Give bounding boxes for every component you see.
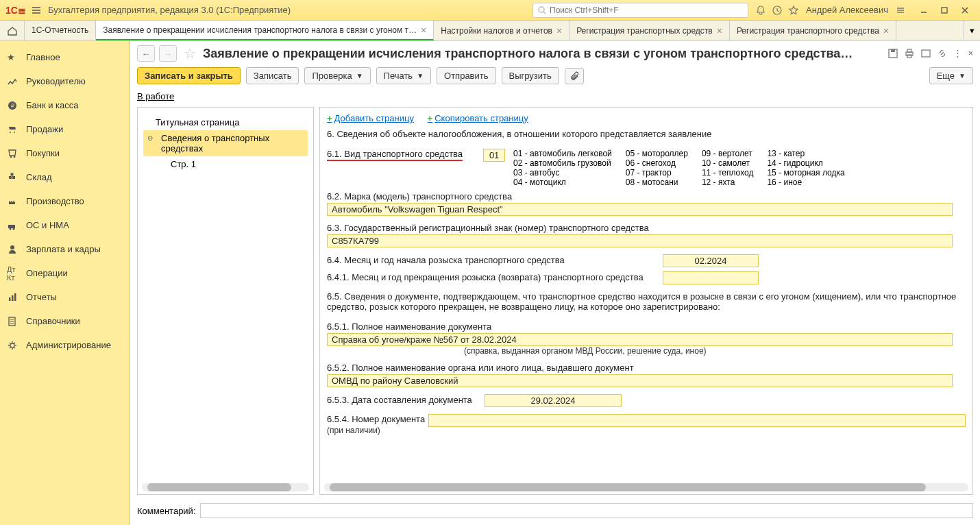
- maximize-button[interactable]: [935, 3, 954, 18]
- home-tab[interactable]: [0, 21, 25, 40]
- doc-name-input[interactable]: [327, 333, 953, 346]
- kebab-icon[interactable]: ⋮: [953, 48, 962, 60]
- close-doc-icon[interactable]: ×: [968, 48, 973, 60]
- search-end-input[interactable]: [663, 271, 759, 284]
- nav-warehouse[interactable]: Склад: [0, 165, 130, 189]
- tab-vehicles-reg-list[interactable]: Регистрация транспортных средств×: [569, 21, 730, 40]
- attach-button[interactable]: [565, 68, 584, 84]
- print-icon[interactable]: [904, 48, 915, 60]
- sec62-label: 6.2. Марка (модель) транспортного средст…: [327, 191, 966, 202]
- nav-production[interactable]: Производство: [0, 189, 130, 213]
- nav-purchases[interactable]: Покупки: [0, 141, 130, 165]
- star-icon[interactable]: [785, 2, 802, 19]
- svg-point-5: [10, 156, 12, 158]
- user-name[interactable]: Андрей Алексеевич: [806, 5, 888, 15]
- svg-point-6: [14, 156, 16, 158]
- nav-sales[interactable]: Продажи: [0, 117, 130, 141]
- svg-text:₽: ₽: [11, 103, 14, 109]
- send-button[interactable]: Отправить: [437, 67, 495, 84]
- tree-scrollbar[interactable]: [142, 483, 309, 491]
- tabs-more-icon[interactable]: ▾: [964, 21, 980, 40]
- nav-assets[interactable]: ОС и НМА: [0, 213, 130, 237]
- nav-main[interactable]: ★Главное: [0, 45, 130, 69]
- close-button[interactable]: [955, 3, 975, 18]
- svg-rect-15: [12, 295, 14, 301]
- nav-payroll[interactable]: Зарплата и кадры: [0, 237, 130, 261]
- sec651-hint: (справка, выданная органом МВД России, р…: [464, 346, 966, 356]
- search-input[interactable]: [550, 5, 744, 15]
- sec654-sub: (при наличии): [327, 426, 428, 435]
- save-icon[interactable]: [887, 48, 898, 60]
- nav-bank[interactable]: ₽Банк и касса: [0, 93, 130, 117]
- issuer-input[interactable]: [327, 374, 953, 387]
- vehicle-type-code-input[interactable]: [483, 149, 505, 162]
- svg-point-12: [13, 228, 15, 230]
- vehicle-type-legend: 01 - автомобиль легковой05 - мотороллер0…: [513, 149, 845, 187]
- tree-title-page[interactable]: Титульная страница: [143, 114, 308, 130]
- save-and-close-button[interactable]: Записать и закрыть: [137, 67, 241, 84]
- nav-back-button[interactable]: ←: [137, 45, 155, 62]
- export-button[interactable]: Выгрузить: [502, 67, 559, 84]
- save-button[interactable]: Записать: [246, 67, 299, 84]
- svg-rect-23: [907, 55, 911, 58]
- search-start-input[interactable]: [663, 254, 759, 267]
- tree-collapse-icon[interactable]: ⊖: [147, 134, 153, 142]
- favorite-icon[interactable]: ☆: [184, 45, 196, 62]
- hamburger-icon[interactable]: [32, 5, 41, 16]
- nav-reports[interactable]: Отчеты: [0, 285, 130, 309]
- svg-point-11: [10, 228, 12, 230]
- svg-rect-2: [942, 8, 947, 13]
- settings-icon[interactable]: [892, 2, 909, 19]
- history-icon[interactable]: [769, 2, 785, 19]
- svg-rect-20: [891, 49, 895, 52]
- nav-forward-button[interactable]: →: [159, 45, 177, 62]
- tab-application-active[interactable]: Заявление о прекращении исчисления транс…: [96, 21, 434, 40]
- plate-input[interactable]: [327, 234, 953, 247]
- titlebar: 1C≣ Бухгалтерия предприятия, редакция 3.…: [0, 0, 980, 21]
- sec63-label: 6.3. Государственный регистрационный зна…: [327, 223, 966, 233]
- add-page-link[interactable]: +Добавить страницу: [327, 113, 414, 123]
- doc-date-input[interactable]: [485, 394, 622, 407]
- sec651-label: 6.5.1. Полное наименование документа: [327, 321, 966, 332]
- link-icon[interactable]: [937, 48, 948, 60]
- svg-point-18: [10, 343, 14, 347]
- sec653-label: 6.5.3. Дата составления документа: [327, 395, 485, 405]
- tree-page-1[interactable]: Стр. 1: [143, 156, 308, 172]
- close-icon[interactable]: ×: [556, 25, 562, 36]
- nav-admin[interactable]: Администрирование: [0, 333, 130, 357]
- search-icon: [537, 5, 547, 15]
- status-link[interactable]: В работе: [137, 91, 174, 101]
- close-icon[interactable]: ×: [883, 25, 889, 36]
- tab-reporting[interactable]: 1С-Отчетность: [25, 21, 96, 40]
- window-icon[interactable]: [920, 48, 931, 60]
- sec65-label: 6.5. Сведения о документе, подтверждающе…: [327, 291, 966, 312]
- doc-number-input[interactable]: [428, 414, 966, 427]
- svg-rect-9: [11, 173, 14, 175]
- more-button[interactable]: Еще▼: [929, 67, 973, 84]
- nav-manager[interactable]: Руководителю: [0, 69, 130, 93]
- tab-vehicle-reg[interactable]: Регистрация транспортного средства×: [730, 21, 896, 40]
- app-logo: 1C≣: [5, 5, 26, 16]
- close-icon[interactable]: ×: [717, 25, 722, 36]
- print-button[interactable]: Печать▼: [376, 67, 432, 84]
- nav-catalogs[interactable]: Справочники: [0, 309, 130, 333]
- tree-vehicles[interactable]: Сведения о транспортных средствах: [143, 130, 308, 156]
- bell-icon[interactable]: [752, 2, 769, 19]
- nav-operations[interactable]: ДтКтОперации: [0, 261, 130, 285]
- svg-rect-16: [14, 293, 16, 301]
- form-pane: +Добавить страницу +Скопировать страницу…: [319, 107, 973, 495]
- check-button[interactable]: Проверка▼: [304, 67, 370, 84]
- form-scrollbar[interactable]: [324, 483, 968, 491]
- svg-rect-24: [922, 50, 930, 57]
- doc-header: ← → ☆ Заявление о прекращении исчисления…: [130, 41, 980, 64]
- app-title: Бухгалтерия предприятия, редакция 3.0 (1…: [48, 5, 291, 15]
- tab-tax-settings[interactable]: Настройки налогов и отчетов×: [434, 21, 569, 40]
- global-search[interactable]: [532, 3, 748, 18]
- sec61-label: 6.1. Вид транспортного средства: [327, 149, 463, 161]
- minimize-button[interactable]: [914, 3, 933, 18]
- comment-input[interactable]: [200, 503, 974, 518]
- model-input[interactable]: [327, 203, 953, 216]
- close-icon[interactable]: ×: [421, 25, 426, 36]
- copy-page-link[interactable]: +Скопировать страницу: [428, 113, 528, 123]
- svg-point-13: [10, 245, 14, 249]
